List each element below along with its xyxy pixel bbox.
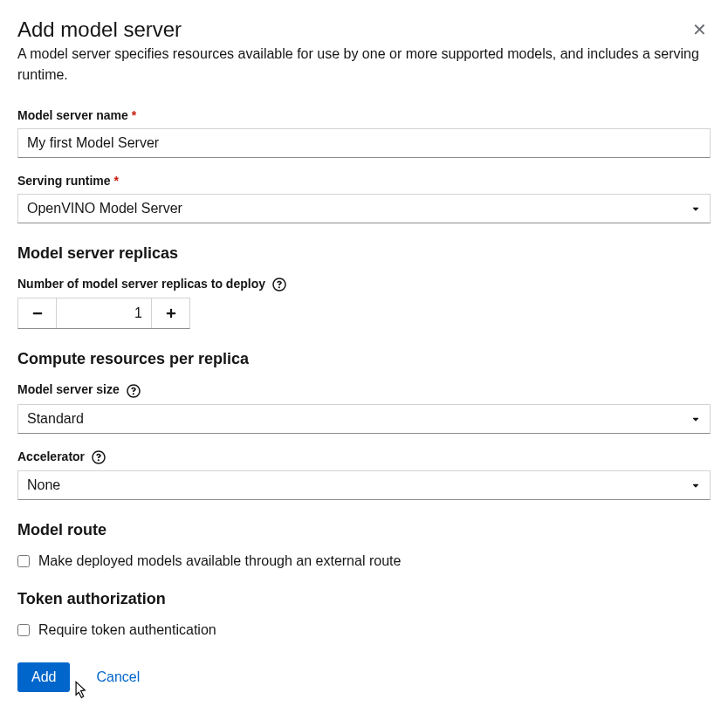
size-value: Standard <box>17 404 711 434</box>
name-label: Model server name* <box>17 108 711 122</box>
serving-runtime-value: OpenVINO Model Server <box>17 194 711 223</box>
token-heading: Token authorization <box>17 590 711 608</box>
close-button[interactable]: ✕ <box>689 17 711 42</box>
route-heading: Model route <box>17 521 711 539</box>
accelerator-value: None <box>17 470 711 500</box>
help-icon[interactable] <box>272 278 286 291</box>
help-icon[interactable] <box>127 384 141 398</box>
cursor-pointer-icon <box>70 680 89 703</box>
modal-title: Add model server <box>17 17 182 42</box>
minus-icon <box>32 308 43 319</box>
serving-runtime-select[interactable]: OpenVINO Model Server <box>17 194 711 223</box>
model-server-name-input[interactable] <box>17 128 711 158</box>
increment-button[interactable] <box>151 298 189 328</box>
replicas-count-input[interactable] <box>57 298 151 328</box>
add-button[interactable]: Add <box>17 662 70 692</box>
token-auth-checkbox[interactable] <box>17 624 30 636</box>
accelerator-label: Accelerator <box>17 449 711 464</box>
replicas-heading: Model server replicas <box>17 244 711 263</box>
replicas-stepper <box>17 298 190 329</box>
external-route-label[interactable]: Make deployed models available through a… <box>38 553 401 569</box>
plus-icon <box>166 308 176 319</box>
token-auth-label[interactable]: Require token authentication <box>38 622 216 638</box>
required-indicator: * <box>114 174 119 188</box>
help-icon[interactable] <box>92 450 106 464</box>
replicas-count-label: Number of model server replicas to deplo… <box>17 277 711 291</box>
runtime-label: Serving runtime* <box>17 174 711 188</box>
external-route-checkbox[interactable] <box>17 555 30 567</box>
modal-description: A model server specifies resources avail… <box>17 44 711 86</box>
accelerator-select[interactable]: None <box>17 470 711 500</box>
size-label: Model server size <box>17 382 711 397</box>
compute-heading: Compute resources per replica <box>17 350 711 368</box>
required-indicator: * <box>132 108 136 122</box>
model-server-size-select[interactable]: Standard <box>17 404 711 434</box>
decrement-button[interactable] <box>18 298 57 328</box>
cancel-button[interactable]: Cancel <box>96 669 140 685</box>
close-icon: ✕ <box>692 20 707 39</box>
